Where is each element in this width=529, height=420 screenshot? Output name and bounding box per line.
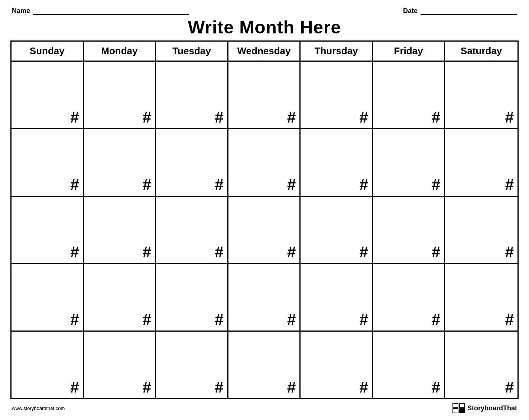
header-tuesday: Tuesday <box>156 42 228 61</box>
calendar-body: # # # # # # # # # # # # # # # # <box>12 62 517 398</box>
brand-name: StoryboardThat <box>467 404 517 412</box>
cell-r3-tue: # <box>156 197 228 263</box>
date-field: Date <box>403 7 517 15</box>
footer-brand: StoryboardThat <box>452 403 517 413</box>
cell-r1-thu: # <box>301 62 373 128</box>
cell-r2-thu: # <box>301 129 373 196</box>
cell-r2-sat: # <box>445 129 517 196</box>
footer: www.storyboardthat.com StoryboardThat <box>10 401 519 413</box>
cell-r4-wed: # <box>228 264 301 331</box>
cell-r4-sat: # <box>445 264 517 331</box>
title-row: Write Month Here <box>10 17 519 38</box>
cell-r4-thu: # <box>301 264 373 331</box>
day-headers: Sunday Monday Tuesday Wednesday Thursday… <box>12 42 517 62</box>
cell-r5-fri: # <box>373 332 445 398</box>
cell-r5-wed: # <box>228 332 301 398</box>
cell-r3-sat: # <box>445 197 517 263</box>
cell-r1-tue: # <box>156 62 228 128</box>
header-monday: Monday <box>84 42 156 61</box>
header-saturday: Saturday <box>445 42 517 61</box>
header-thursday: Thursday <box>301 42 373 61</box>
date-underline <box>421 7 517 15</box>
cell-r5-sat: # <box>445 332 517 398</box>
cell-r2-wed: # <box>228 129 301 196</box>
calendar-row-2: # # # # # # # <box>12 129 517 197</box>
cell-r4-tue: # <box>156 264 228 331</box>
cell-r1-sun: # <box>12 62 84 128</box>
calendar: Sunday Monday Tuesday Wednesday Thursday… <box>10 40 519 399</box>
calendar-row-4: # # # # # # # <box>12 264 517 332</box>
svg-rect-3 <box>460 408 465 413</box>
name-field: Name <box>12 7 189 15</box>
cell-r2-fri: # <box>373 129 445 196</box>
cell-r1-wed: # <box>228 62 301 128</box>
page-title: Write Month Here <box>10 17 519 38</box>
cell-r3-fri: # <box>373 197 445 263</box>
cell-r2-sun: # <box>12 129 84 196</box>
cell-r3-wed: # <box>228 197 301 263</box>
cell-r5-thu: # <box>301 332 373 398</box>
svg-rect-1 <box>460 403 465 408</box>
svg-rect-2 <box>453 408 458 413</box>
cell-r1-sat: # <box>445 62 517 128</box>
page: Name Date Write Month Here Sunday Monday… <box>0 0 529 420</box>
cell-r4-sun: # <box>12 264 84 331</box>
header-friday: Friday <box>373 42 445 61</box>
cell-r2-tue: # <box>156 129 228 196</box>
cell-r5-tue: # <box>156 332 228 398</box>
name-label: Name <box>12 7 30 15</box>
cell-r3-mon: # <box>84 197 156 263</box>
svg-rect-0 <box>453 403 458 408</box>
cell-r5-sun: # <box>12 332 84 398</box>
header-row: Name Date <box>10 7 519 15</box>
cell-r3-thu: # <box>301 197 373 263</box>
date-label: Date <box>403 7 418 15</box>
storyboardthat-icon <box>452 403 465 413</box>
cell-r5-mon: # <box>84 332 156 398</box>
footer-url: www.storyboardthat.com <box>12 406 65 411</box>
cell-r1-fri: # <box>373 62 445 128</box>
header-sunday: Sunday <box>12 42 84 61</box>
name-underline <box>33 7 189 15</box>
cell-r4-mon: # <box>84 264 156 331</box>
calendar-row-3: # # # # # # # <box>12 197 517 264</box>
cell-r3-sun: # <box>12 197 84 263</box>
header-wednesday: Wednesday <box>228 42 301 61</box>
cell-r4-fri: # <box>373 264 445 331</box>
calendar-row-1: # # # # # # # <box>12 62 517 129</box>
cell-r1-mon: # <box>84 62 156 128</box>
cell-r2-mon: # <box>84 129 156 196</box>
calendar-row-5: # # # # # # # <box>12 332 517 398</box>
